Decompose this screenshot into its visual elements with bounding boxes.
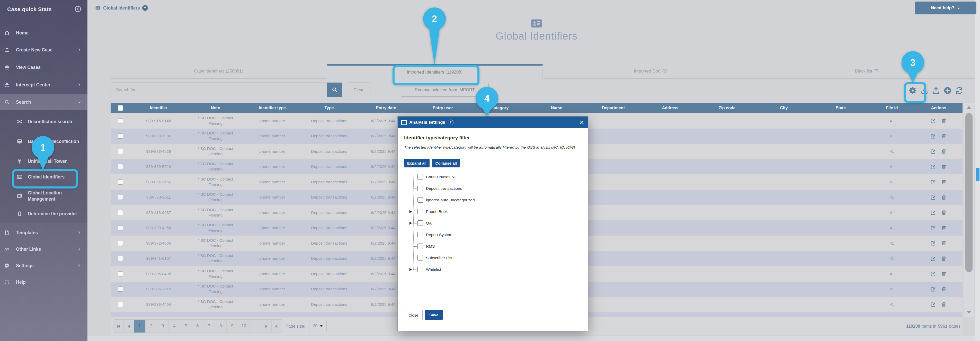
column-header[interactable]: State (812, 103, 869, 113)
row-checkbox[interactable] (118, 195, 123, 200)
row-checkbox[interactable] (118, 118, 123, 124)
modal-help-badge[interactable]: ? (448, 120, 453, 125)
next-page-button[interactable] (261, 320, 272, 333)
row-checkbox[interactable] (118, 287, 123, 292)
page-size-select[interactable]: 20 (309, 320, 327, 332)
column-header[interactable]: Zip code (698, 103, 756, 113)
delete-icon[interactable] (941, 225, 947, 231)
expand-arrow-icon[interactable] (409, 222, 412, 225)
collapse-sidebar-icon[interactable] (74, 5, 82, 13)
scroll-up-icon[interactable] (967, 106, 971, 109)
sidebar-item-determine-the-provider[interactable]: Determine the provider (0, 208, 88, 219)
table-scrollbar[interactable] (964, 103, 974, 317)
add-icon[interactable] (943, 86, 952, 95)
row-checkbox[interactable] (118, 149, 123, 154)
sidebar-item-help[interactable]: Help (0, 276, 88, 288)
edit-icon[interactable] (931, 194, 936, 200)
tree-checkbox[interactable] (417, 267, 423, 272)
edit-icon[interactable] (931, 225, 936, 231)
collapse-all-button[interactable]: Collapse all (432, 159, 460, 167)
sidebar-item-search[interactable]: Search (0, 97, 88, 108)
delete-icon[interactable] (941, 164, 947, 170)
page-button-2[interactable]: 2 (146, 320, 157, 333)
tree-checkbox[interactable] (417, 186, 423, 191)
edit-icon[interactable] (931, 301, 936, 307)
edit-icon[interactable] (931, 148, 936, 154)
delete-icon[interactable] (941, 209, 947, 216)
row-checkbox[interactable] (118, 210, 123, 215)
first-page-button[interactable] (113, 320, 124, 333)
close-button[interactable]: Close (404, 310, 423, 320)
tree-checkbox[interactable] (417, 209, 423, 214)
need-help-button[interactable]: Need help? (915, 2, 977, 14)
search-button[interactable] (327, 82, 342, 97)
page-button-6[interactable]: 6 (192, 320, 204, 333)
column-header[interactable]: City (756, 103, 812, 113)
expand-all-button[interactable]: Expand all (404, 159, 430, 167)
page-button-1[interactable]: 1 (134, 320, 146, 333)
page-help-badge[interactable]: ? (142, 5, 148, 11)
scroll-down-icon[interactable] (967, 311, 971, 314)
search-input[interactable] (111, 82, 327, 97)
modal-header[interactable]: Analysis settings ? (398, 116, 588, 128)
sidebar-item-settings[interactable]: Settings (0, 260, 88, 271)
save-button[interactable]: Save (425, 310, 443, 320)
column-header[interactable]: Type (301, 103, 358, 113)
expand-arrow-icon[interactable] (409, 268, 412, 271)
select-all-checkbox[interactable] (118, 105, 123, 111)
tree-checkbox[interactable] (417, 174, 423, 179)
clear-button[interactable]: Clear (347, 82, 371, 97)
expand-arrow-icon[interactable] (409, 210, 412, 213)
edit-icon[interactable] (931, 286, 936, 292)
sidebar-item-other-links[interactable]: Other Links (0, 244, 88, 255)
tree-checkbox[interactable] (417, 255, 423, 260)
tab-case-identifiers[interactable]: Case Identifiers (258081) (111, 64, 327, 79)
row-checkbox[interactable] (118, 302, 123, 307)
close-icon[interactable] (579, 120, 584, 125)
sidebar-item-templates[interactable]: Templates (0, 227, 88, 238)
page-button-5[interactable]: 5 (180, 320, 192, 333)
tab-black-list[interactable]: Black list (7) (759, 64, 975, 79)
row-checkbox[interactable] (118, 179, 123, 185)
page-scrollbar-thumb[interactable] (976, 168, 980, 181)
edit-icon[interactable] (931, 255, 936, 262)
edit-icon[interactable] (931, 133, 936, 139)
column-header[interactable]: File id (869, 103, 915, 113)
column-header[interactable]: Identifier type (244, 103, 301, 113)
row-checkbox[interactable] (118, 225, 123, 230)
sidebar-item-create-new-case[interactable]: Create New Case (0, 44, 88, 56)
tree-checkbox[interactable] (417, 220, 423, 226)
delete-icon[interactable] (941, 271, 947, 277)
delete-icon[interactable] (941, 301, 947, 307)
last-page-button[interactable] (272, 320, 282, 333)
sidebar-item-global-identifiers[interactable]: Global Identifiers (0, 171, 88, 182)
sidebar-item-global-location-management[interactable]: Global Location Management (0, 189, 88, 203)
page-button-4[interactable]: 4 (169, 320, 180, 333)
upload-icon[interactable] (932, 86, 940, 95)
settings-icon[interactable] (908, 86, 917, 95)
delete-icon[interactable] (941, 179, 947, 185)
page-button-9[interactable]: 9 (227, 320, 238, 333)
tree-checkbox[interactable] (417, 197, 423, 203)
row-checkbox[interactable] (118, 241, 123, 246)
sidebar-item-deconfliction-search[interactable]: Deconfliction search (0, 116, 88, 127)
edit-icon[interactable] (931, 118, 936, 124)
page-button-3[interactable]: 3 (157, 320, 169, 333)
page-button-8[interactable]: 8 (215, 320, 227, 333)
column-header[interactable]: Department (585, 103, 642, 113)
refresh-icon[interactable] (955, 86, 964, 95)
edit-icon[interactable] (931, 164, 936, 170)
delete-icon[interactable] (941, 255, 947, 262)
row-checkbox[interactable] (118, 164, 123, 169)
delete-icon[interactable] (941, 148, 947, 154)
column-header[interactable]: Note (187, 103, 244, 113)
tab-imported-identifiers[interactable]: Imported Identifiers (119208) (327, 64, 543, 79)
sidebar-item-view-cases[interactable]: View Cases (0, 62, 88, 73)
page-button-10[interactable]: 10 (238, 320, 250, 333)
row-checkbox[interactable] (118, 133, 123, 139)
sidebar-item-home[interactable]: Home (0, 27, 88, 38)
scrollbar-thumb[interactable] (965, 113, 972, 272)
download-icon[interactable] (920, 86, 929, 95)
tab-imported-doc[interactable]: Imported DoC (0) (543, 64, 759, 79)
sidebar-item-intercept-center[interactable]: Intercept Center (0, 79, 88, 90)
